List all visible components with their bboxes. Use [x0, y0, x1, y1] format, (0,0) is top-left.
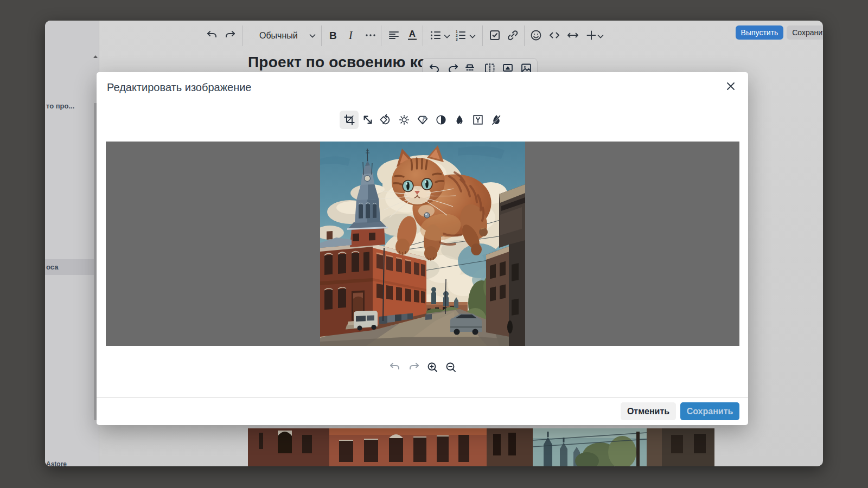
svg-text:1: 1: [456, 30, 458, 34]
svg-text:A: A: [409, 29, 416, 39]
svg-text:2: 2: [456, 34, 458, 37]
svg-text:3: 3: [456, 37, 458, 41]
